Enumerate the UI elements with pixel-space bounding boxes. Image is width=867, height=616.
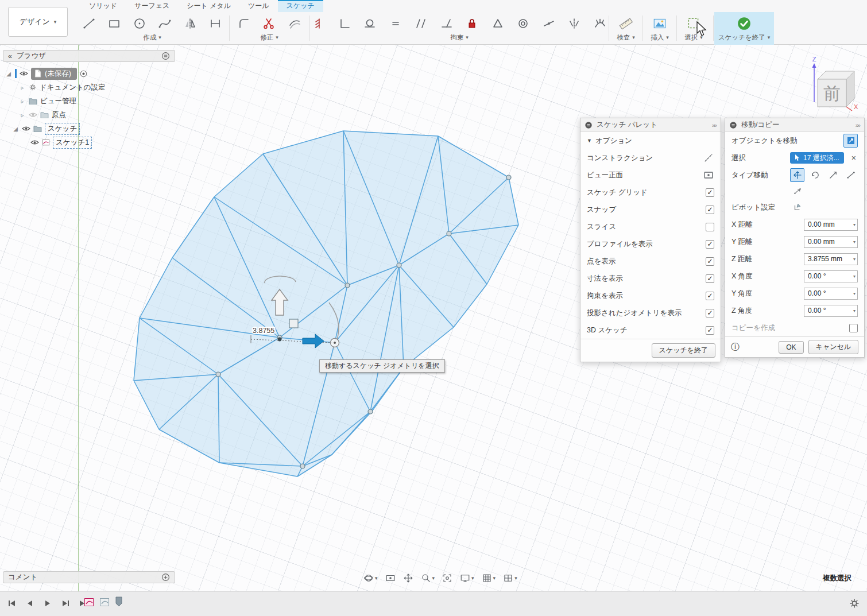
comments-menu-icon[interactable]: [161, 573, 170, 582]
look-at-row[interactable]: ビュー正面: [580, 166, 721, 184]
eye-icon[interactable]: [30, 139, 39, 146]
sketch-palette-header[interactable]: スケッチ パレット »»: [580, 118, 721, 132]
move-object-type-button[interactable]: [843, 134, 858, 148]
finish-sketch-button[interactable]: スケッチを終了: [652, 343, 715, 358]
browser-header[interactable]: « ブラウザ: [3, 50, 175, 62]
polygon-constraint-icon[interactable]: [490, 16, 506, 32]
cancel-button[interactable]: キャンセル: [808, 340, 858, 354]
rectangle-tool-icon[interactable]: [106, 16, 122, 32]
show-points-checkbox[interactable]: ✓: [706, 257, 714, 266]
show-profile-row[interactable]: プロファイルを表示 ✓: [580, 235, 721, 253]
step-back-button[interactable]: [24, 597, 36, 610]
move-type-free-button[interactable]: [826, 168, 840, 182]
select-group[interactable]: 選択 ▾: [678, 12, 710, 45]
finish-sketch-group[interactable]: スケッチを終了 ▾: [714, 12, 774, 45]
fit-button[interactable]: [440, 572, 454, 584]
construction-row[interactable]: コンストラクション: [580, 149, 721, 166]
create-copy-checkbox[interactable]: [849, 324, 858, 332]
show-constraints-row[interactable]: 拘束を表示 ✓: [580, 287, 721, 304]
show-projected-row[interactable]: 投影されたジオメトリを表示 ✓: [580, 304, 721, 321]
sketch-grid-row[interactable]: スケッチ グリッド ✓: [580, 184, 721, 201]
eye-icon[interactable]: [20, 70, 28, 77]
tree-row-document[interactable]: ◢ (未保存): [5, 67, 175, 80]
move-copy-header[interactable]: 移動/コピー »»: [725, 118, 864, 132]
expand-icon[interactable]: ▹: [19, 112, 26, 118]
select-window-icon[interactable]: [686, 16, 701, 31]
expand-icon[interactable]: ◢: [5, 71, 12, 77]
parallel-constraint-icon[interactable]: [413, 16, 429, 32]
tab-tools[interactable]: ツール: [239, 0, 278, 12]
sketch-3d-row[interactable]: 3D スケッチ ✓: [580, 321, 721, 339]
selection-chip[interactable]: 17 選択済...: [790, 152, 844, 164]
show-constraints-checkbox[interactable]: ✓: [706, 292, 714, 300]
create-group-label[interactable]: 作成 ▾: [77, 33, 227, 42]
circle-tool-icon[interactable]: [131, 16, 148, 32]
options-section-header[interactable]: ▼ オプション: [580, 132, 721, 149]
expand-icon[interactable]: ▹: [19, 84, 26, 91]
slice-checkbox[interactable]: [706, 223, 714, 231]
show-dimensions-checkbox[interactable]: ✓: [706, 274, 714, 283]
inspect-group-label[interactable]: 検査 ▾: [610, 33, 642, 42]
expand-icon[interactable]: ◢: [12, 126, 19, 132]
finish-sketch-label[interactable]: スケッチを終了 ▾: [714, 33, 774, 42]
modify-group-label[interactable]: 修正 ▾: [231, 33, 308, 42]
sketch-3d-checkbox[interactable]: ✓: [706, 326, 714, 335]
document-badge[interactable]: (未保存): [31, 68, 77, 80]
spline-tool-icon[interactable]: [157, 16, 173, 32]
settings-gear[interactable]: [849, 598, 860, 611]
construction-line-icon[interactable]: [703, 152, 714, 164]
tree-row-view-management[interactable]: ▹ ビュー管理: [5, 94, 175, 108]
tangent-constraint-icon[interactable]: [362, 16, 378, 32]
show-points-row[interactable]: 点を表示 ✓: [580, 253, 721, 270]
insert-group-label[interactable]: 挿入 ▾: [644, 33, 676, 42]
show-dimensions-row[interactable]: 寸法を表示 ✓: [580, 270, 721, 287]
zoom-button[interactable]: ▾: [419, 572, 437, 584]
x-distance-input[interactable]: [804, 219, 858, 231]
panel-menu-icon[interactable]: [161, 52, 170, 60]
tree-row-document-settings[interactable]: ▹ ドキュメントの設定: [5, 80, 175, 94]
tree-row-origin[interactable]: ▹ 原点: [5, 108, 175, 122]
timeline-sketch-feature-2[interactable]: [99, 597, 110, 610]
z-angle-input[interactable]: [804, 305, 858, 317]
tab-solid[interactable]: ソリッド: [80, 0, 126, 12]
line-tool-icon[interactable]: [81, 16, 97, 32]
sketch-dimension-tool-icon[interactable]: [207, 16, 223, 32]
look-at-button[interactable]: [384, 572, 397, 584]
eye-hidden-icon[interactable]: [29, 111, 37, 118]
move-type-translate-button[interactable]: [790, 168, 804, 182]
select-group-label[interactable]: 選択 ▾: [678, 33, 710, 42]
move-type-point-to-point-button[interactable]: [790, 184, 804, 198]
z-distance-input[interactable]: [804, 253, 858, 265]
trim-tool-icon[interactable]: [261, 16, 277, 32]
snap-row[interactable]: スナップ ✓: [580, 201, 721, 218]
curvature-constraint-icon[interactable]: [593, 16, 608, 32]
expand-icon[interactable]: ▹: [19, 98, 26, 104]
viewports-button[interactable]: ▾: [501, 572, 519, 584]
mirror-tool-icon[interactable]: [182, 16, 198, 32]
play-button[interactable]: [41, 597, 54, 610]
y-angle-input[interactable]: [804, 288, 858, 300]
orbit-button[interactable]: ▾: [362, 572, 380, 584]
y-distance-input[interactable]: [804, 236, 858, 248]
clear-selection-button[interactable]: ×: [850, 154, 858, 162]
comments-bar[interactable]: コメント: [3, 571, 175, 583]
design-workspace-button[interactable]: デザイン ▾: [8, 7, 68, 37]
tree-row-sketches[interactable]: ◢ スケッチ: [5, 122, 175, 135]
step-forward-button[interactable]: [59, 597, 72, 610]
tree-row-sketch1[interactable]: スケッチ1: [5, 135, 175, 149]
inspect-group[interactable]: 検査 ▾: [610, 12, 642, 45]
symmetry-constraint-icon[interactable]: [567, 16, 582, 32]
finish-sketch-check-icon[interactable]: [737, 16, 752, 31]
set-pivot-button[interactable]: [790, 200, 804, 214]
snap-checkbox[interactable]: ✓: [706, 206, 714, 214]
x-angle-input[interactable]: [804, 270, 858, 282]
ok-button[interactable]: OK: [779, 341, 803, 354]
perpendicular-constraint-icon[interactable]: [439, 16, 455, 32]
pan-button[interactable]: [401, 572, 415, 584]
move-type-rotate-button[interactable]: [808, 168, 822, 182]
skip-to-start-button[interactable]: [6, 597, 18, 610]
slice-row[interactable]: スライス: [580, 218, 721, 235]
concentric-constraint-icon[interactable]: [516, 16, 531, 32]
measure-icon[interactable]: [618, 16, 633, 31]
tab-surface[interactable]: サーフェス: [126, 0, 178, 12]
